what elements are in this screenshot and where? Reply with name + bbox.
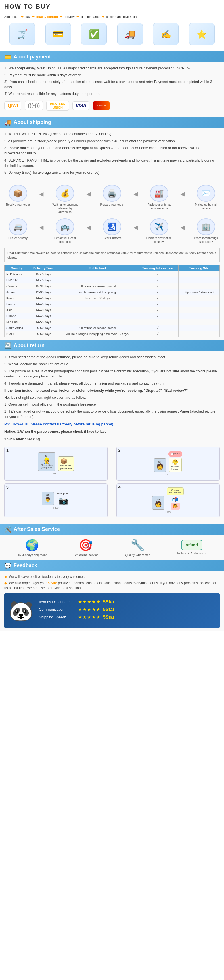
return-point-1: 1. If you need some of the goods returne… — [4, 355, 220, 360]
stars-row-3: Shipping Speed: ★★★★★ 5Star — [39, 614, 216, 620]
arrow-ship-6: ◀ — [39, 224, 43, 231]
ship-icon-6: 🚐 — [9, 218, 27, 235]
shipping-point-3: 3. Please make sure your name and addres… — [4, 145, 220, 156]
payment-icon: 💳 — [4, 53, 11, 60]
stars-label-1: Item as Described: — [39, 600, 76, 604]
arrow4: ➜ — [76, 15, 79, 18]
th-tracking-info: Tracking Information — [137, 265, 178, 272]
return-content: 1. If you need some of the goods returne… — [0, 351, 224, 524]
table-row: Canada15-35 daysfull refund or resend pa… — [5, 283, 220, 290]
icon-sign: ✍️ — [153, 23, 179, 45]
shipping-title: About shipping — [14, 119, 51, 125]
shipping-info-box: Dear Customer, We always be here to conc… — [4, 248, 220, 262]
cc-logo: (((•))) — [25, 101, 43, 110]
th-refund: Full Refund — [58, 265, 137, 272]
ship-icon-10: 🏢 — [197, 218, 215, 235]
after-sales-section: 🛠️ After Sales Service 🌍 15-30 days ship… — [0, 524, 224, 560]
shipping-table-wrapper: Dear Customer, We always be here to conc… — [0, 245, 224, 340]
return-point-3: 3. The picture as a result of the photog… — [4, 369, 220, 379]
ship-label-6: Out for delivery — [8, 236, 27, 240]
parcel-step-4-inner: SF 🧑 Originalmail returns 📬 🙆 — [152, 487, 184, 514]
step-pay: pay — [25, 15, 30, 18]
arrow-ship-8: ◀ — [133, 224, 138, 231]
bullet-icon-2: ◆ — [4, 581, 7, 585]
arrow3: ➜ — [60, 15, 62, 18]
th-tracking-site: Tracking Site — [178, 265, 219, 272]
feedback-text-1: We will leave positive feedback to every… — [9, 575, 85, 579]
icon-quality: ✅ — [81, 23, 107, 45]
payment-logos: QIWI (((•))) WESTERN UNION VISA maestro — [4, 98, 220, 113]
notice-text: Notice: 1.When the parce comes, please c… — [4, 429, 220, 434]
bullet-icon-1: ◆ — [4, 575, 7, 579]
icon-cart: 🛒 — [10, 23, 35, 45]
ship-icon-2: 💰 — [56, 185, 74, 202]
ship-step-6: 🚐 Out for delivery — [5, 218, 30, 240]
ship-label-9: Flown to destination country — [146, 236, 172, 244]
arrow-ship-3: ◀ — [133, 191, 138, 197]
parcel-step-3-inner: SF 👨‍💼 Take photo 📷 HKC — [42, 492, 70, 509]
th-delivery: Delivery Time — [29, 265, 58, 272]
how-to-buy-icons: 🛒 💳 ✅ 🚚 ✍️ ⭐ — [4, 21, 220, 48]
table-row: Japan12-35 dayswill be arranged if shipp… — [5, 290, 220, 295]
feedback-header: 💬 Feedback — [0, 560, 224, 571]
ship-label-1: Receive your order — [6, 203, 30, 207]
payment-point-3: 3) If you can't checkout immediately aft… — [4, 80, 220, 90]
payment-title: About payment — [14, 54, 51, 60]
ps-text: PS:(UPS&DHL please contact us freely bef… — [4, 422, 220, 427]
shipping-steps-row1: 📦 Receive your order ◀ 💰 Waiting for pay… — [0, 181, 224, 217]
arrow-ship-1: ◀ — [39, 191, 43, 197]
dispute-text: If the item inside the parcel was broken… — [4, 388, 220, 393]
service-quality: 🔧 Quality Guarantee — [125, 538, 150, 557]
ship-step-4: 🏭 Pack your order at our warehouse — [146, 185, 172, 210]
ship-icon-8: 🛃 — [103, 218, 121, 235]
service-shipment: 🌍 15-30 days shipment — [18, 538, 46, 557]
table-row: Brazil20-60 dayswill be arranged if ship… — [5, 331, 220, 337]
refund-label: Refund / Reshipment — [177, 552, 206, 555]
payment-point-1: 1) We accept Alipay, West Union, TT. All… — [4, 66, 220, 71]
payment-header: 💳 About payment — [0, 51, 224, 62]
parcel-step-1-inner: SF 👷 Please Signyour parcel 📦 Check thep… — [38, 452, 74, 475]
step-add-cart: Add to cart — [4, 15, 19, 18]
arrow-ship-4: ◀ — [180, 191, 184, 197]
feedback-content: ◆ We will leave positive feedback to eve… — [0, 571, 224, 631]
stars-icons-3: ★★★★★ — [78, 614, 101, 620]
parcel-step-num-3: 3 — [6, 485, 8, 490]
shipping-point-1: 1. WORLDWIDE SHIPPING.(Except some count… — [4, 132, 220, 137]
payment-section: 💳 About payment 1) We accept Alipay, Wes… — [0, 51, 224, 117]
feedback-icon: 💬 — [4, 562, 11, 569]
icon-pay: 💳 — [45, 23, 71, 45]
stars-label-2: Communication: — [39, 607, 76, 612]
parcel-step-2-inner: SF 🧑 💬 ? ? ? 😤 Broken,I refuse — [154, 452, 182, 476]
return-header: ↩️ About return — [0, 340, 224, 351]
ship-label-4: Pack your order at our warehouse — [146, 203, 172, 210]
table-row: Mid East14-55 days — [5, 319, 220, 325]
maestro-logo: maestro — [93, 101, 110, 110]
th-country: Country — [5, 265, 29, 272]
qiwi-logo: QIWI — [4, 102, 21, 110]
return-step1: 1. Open parcel in post office or in the … — [4, 402, 220, 407]
shipping-point-5: 5. Delivery time:(The average arrival ti… — [4, 170, 220, 175]
parcel-step-num-2: 2 — [118, 448, 121, 453]
return-icon: ↩️ — [4, 342, 11, 349]
ship-step-9: ✈️ Flown to destination country — [146, 218, 172, 244]
stars-icons-2: ★★★★★ — [78, 607, 101, 612]
stars-text-2: 5Star — [103, 607, 114, 612]
shipping-table: Country Delivery Time Full Refund Tracki… — [4, 265, 220, 337]
shipping-header: 🚚 About shipping — [0, 117, 224, 128]
icon-delivery: 🚚 — [117, 23, 143, 45]
ship-icon-9: ✈️ — [150, 218, 168, 235]
feedback-bullet-1: ◆ We will leave positive feedback to eve… — [4, 574, 220, 579]
return-section: ↩️ About return 1. If you need some of t… — [0, 340, 224, 524]
ship-step-5: ✉️ Picked up by mail service — [194, 185, 219, 210]
shipping-point-2: 2. All products are in stock,please just… — [4, 138, 220, 144]
ship-label-7: Depart your local post offic — [52, 236, 78, 244]
service-refund: refund Refund / Reshipment — [177, 540, 206, 555]
step-delivery: delivery — [64, 15, 75, 18]
feedback-section: 💬 Feedback ◆ We will leave positive feed… — [0, 560, 224, 631]
service-online: 🎯 12h online service — [73, 538, 99, 557]
ship-label-3: Prepare your order — [100, 203, 124, 207]
arrow-ship-7: ◀ — [86, 224, 91, 231]
parcel-step-num-4: 4 — [118, 485, 121, 490]
arrow-ship-9: ◀ — [180, 224, 184, 231]
arrow1: ➜ — [21, 15, 24, 18]
